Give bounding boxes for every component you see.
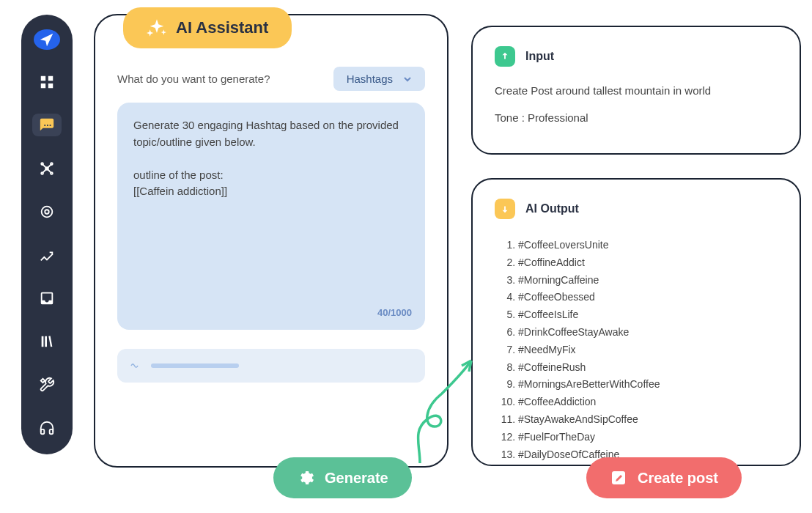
- create-post-label: Create post: [638, 470, 718, 487]
- hashtag-item: #CoffeeIsLife: [518, 306, 778, 324]
- edit-icon: [610, 469, 627, 487]
- upload-icon: [495, 46, 515, 67]
- hashtag-list: #CoffeeLoversUnite#CoffineAddict#Morning…: [495, 237, 778, 466]
- input-text: Create Post around tallest mountain in w…: [495, 84, 778, 97]
- svg-rect-0: [41, 75, 45, 80]
- select-value: Hashtags: [347, 73, 393, 85]
- hashtag-item: #StayAwakeAndSipCoffee: [518, 411, 778, 429]
- hashtag-item: #DrinkCoffeeStayAwake: [518, 324, 778, 342]
- inbox-icon[interactable]: [32, 287, 62, 310]
- hashtag-item: #FuelForTheDay: [518, 429, 778, 446]
- support-icon[interactable]: [32, 417, 62, 440]
- hashtag-item: #MorningsAreBetterWithCoffee: [518, 376, 778, 394]
- hashtag-item: #CoffineAddict: [518, 254, 778, 272]
- ai-assistant-badge: AI Assistant: [123, 7, 292, 48]
- svg-rect-1: [48, 75, 53, 80]
- input-card: Input Create Post around tallest mountai…: [471, 26, 801, 155]
- hashtag-item: #NeedMyFix: [518, 342, 778, 359]
- sparkle-icon: [147, 18, 167, 38]
- output-card: AI Output #CoffeeLoversUnite#CoffineAddi…: [471, 178, 801, 466]
- tone-text: Tone : Professional: [495, 111, 778, 124]
- prompt-label: What do you want to generate?: [117, 73, 270, 85]
- char-count: 40/1000: [377, 306, 412, 320]
- wave-icon: [129, 359, 142, 372]
- svg-line-11: [43, 169, 47, 173]
- svg-point-14: [45, 210, 49, 214]
- sidebar: [21, 15, 73, 454]
- svg-line-9: [43, 163, 47, 168]
- tools-icon[interactable]: [32, 374, 62, 396]
- generate-label: Generate: [325, 470, 388, 487]
- svg-rect-2: [41, 83, 45, 87]
- dashboard-icon[interactable]: [32, 70, 62, 93]
- library-icon[interactable]: [32, 331, 62, 353]
- hashtag-item: #CoffeineRush: [518, 359, 778, 377]
- hashtag-item: #CoffeeObessed: [518, 289, 778, 306]
- hashtag-item: #CoffeeAddiction: [518, 394, 778, 411]
- svg-point-13: [42, 207, 53, 218]
- svg-line-12: [47, 169, 51, 173]
- loading-indicator: [117, 349, 425, 383]
- prompt-line1: Generate 30 engaging Hashtag based on th…: [133, 117, 409, 150]
- analytics-icon[interactable]: [32, 243, 62, 266]
- download-icon: [495, 199, 515, 219]
- svg-rect-3: [48, 83, 53, 87]
- hashtag-item: #CoffeeLoversUnite: [518, 237, 778, 254]
- chevron-down-icon: [403, 75, 412, 84]
- ai-assistant-label: AI Assistant: [176, 18, 268, 37]
- input-title: Input: [525, 50, 554, 63]
- prompt-line3: [[Caffein addiction]]: [133, 183, 409, 200]
- generation-type-select[interactable]: Hashtags: [333, 67, 425, 91]
- chat-icon[interactable]: [32, 114, 62, 136]
- logo-icon[interactable]: [34, 29, 60, 50]
- gear-icon: [297, 469, 314, 487]
- create-post-button[interactable]: Create post: [586, 457, 742, 498]
- output-title: AI Output: [525, 202, 579, 215]
- arrow-swirl-icon: [409, 357, 475, 467]
- network-icon[interactable]: [32, 157, 62, 180]
- prompt-line2: outline of the post:: [133, 167, 409, 184]
- prompt-textarea[interactable]: Generate 30 engaging Hashtag based on th…: [117, 103, 425, 330]
- svg-line-10: [47, 163, 51, 168]
- target-icon[interactable]: [32, 200, 62, 223]
- main-card: What do you want to generate? Hashtags G…: [94, 14, 449, 468]
- generate-button[interactable]: Generate: [273, 457, 412, 498]
- hashtag-item: #MorningCaffeine: [518, 272, 778, 289]
- progress-bar: [151, 363, 239, 368]
